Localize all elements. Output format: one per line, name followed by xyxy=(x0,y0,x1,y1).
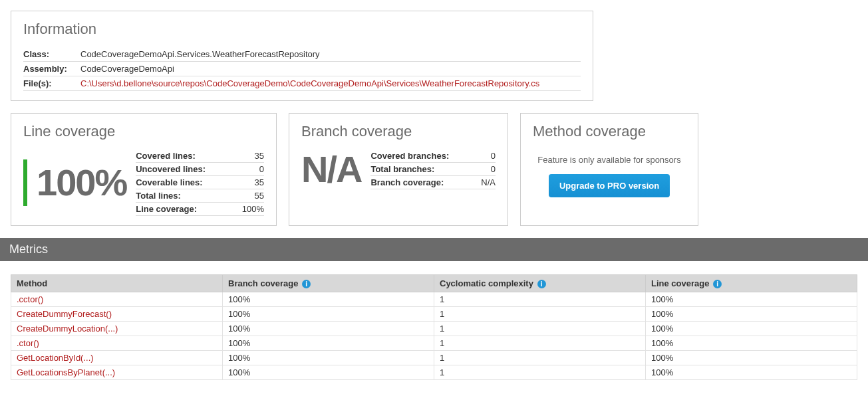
cell-cyclo: 1 xyxy=(434,351,646,365)
information-title: Information xyxy=(23,21,581,38)
info-icon[interactable]: i xyxy=(713,280,722,288)
info-icon[interactable]: i xyxy=(537,280,546,288)
branch-coverage-percent: N/A xyxy=(301,151,361,188)
method-link[interactable]: CreateDummyLocation(...) xyxy=(17,324,118,334)
cell-line: 100% xyxy=(646,292,857,307)
method-link[interactable]: .cctor() xyxy=(17,294,43,304)
info-value-class: CodeCoverageDemoApi.Services.WeatherFore… xyxy=(80,47,581,62)
metrics-header: Metrics xyxy=(0,238,868,261)
stat-label: Total branches: xyxy=(370,163,469,176)
table-row: GetLocationById(...)100%1100% xyxy=(11,351,857,365)
stat-value: 35 xyxy=(227,149,264,163)
stat-value: 100% xyxy=(227,203,264,216)
cell-branch: 100% xyxy=(223,307,434,322)
line-coverage-title: Line coverage xyxy=(23,123,264,140)
stat-label: Line coverage: xyxy=(136,203,226,216)
col-branch: Branch coverage i xyxy=(223,275,434,292)
col-cyclo: Cyclomatic complexity i xyxy=(434,275,646,292)
method-link[interactable]: CreateDummyForecast() xyxy=(17,309,112,319)
cell-line: 100% xyxy=(646,336,857,351)
information-card: Information Class: CodeCoverageDemoApi.S… xyxy=(11,11,593,101)
table-row: .ctor()100%1100% xyxy=(11,336,857,351)
table-row: .cctor()100%1100% xyxy=(11,292,857,307)
method-coverage-title: Method coverage xyxy=(533,123,686,140)
stat-value: N/A xyxy=(469,176,496,189)
branch-coverage-stats: Covered branches:0 Total branches:0 Bran… xyxy=(370,149,496,189)
info-icon[interactable]: i xyxy=(302,280,311,288)
cell-cyclo: 1 xyxy=(434,336,646,351)
branch-coverage-title: Branch coverage xyxy=(301,123,496,140)
stat-value: 0 xyxy=(469,149,496,163)
line-coverage-bar xyxy=(23,159,27,206)
info-row-class: Class: CodeCoverageDemoApi.Services.Weat… xyxy=(23,47,581,62)
metrics-table: Method Branch coverage i Cyclomatic comp… xyxy=(11,274,857,380)
stat-value: 0 xyxy=(469,163,496,176)
info-label-files: File(s): xyxy=(23,76,80,91)
info-row-assembly: Assembly: CodeCoverageDemoApi xyxy=(23,62,581,76)
table-row: GetLocationsByPlanet(...)100%1100% xyxy=(11,365,857,380)
sponsor-note: Feature is only available for sponsors xyxy=(533,155,686,165)
stat-value: 0 xyxy=(227,163,264,176)
method-link[interactable]: .ctor() xyxy=(17,338,39,348)
cell-branch: 100% xyxy=(223,336,434,351)
stat-label: Branch coverage: xyxy=(370,176,469,189)
stat-value: 35 xyxy=(227,176,264,189)
info-label-class: Class: xyxy=(23,47,80,62)
information-table: Class: CodeCoverageDemoApi.Services.Weat… xyxy=(23,47,581,91)
line-coverage-stats: Covered lines:35 Uncovered lines:0 Cover… xyxy=(136,149,264,216)
method-coverage-card: Method coverage Feature is only availabl… xyxy=(520,113,698,226)
stat-label: Uncovered lines: xyxy=(136,163,226,176)
cell-branch: 100% xyxy=(223,351,434,365)
upgrade-button[interactable]: Upgrade to PRO version xyxy=(549,174,670,197)
cell-line: 100% xyxy=(646,307,857,322)
stat-label: Coverable lines: xyxy=(136,176,226,189)
line-coverage-card: Line coverage 100% Covered lines:35 Unco… xyxy=(11,113,277,226)
stat-label: Covered lines: xyxy=(136,149,226,163)
stat-label: Total lines: xyxy=(136,189,226,203)
line-coverage-percent: 100% xyxy=(37,164,126,201)
coverage-cards-row: Line coverage 100% Covered lines:35 Unco… xyxy=(11,113,857,226)
col-line: Line coverage i xyxy=(646,275,857,292)
info-row-files: File(s): C:\Users\d.bellone\source\repos… xyxy=(23,76,581,91)
stat-label: Covered branches: xyxy=(370,149,469,163)
metrics-header-row: Method Branch coverage i Cyclomatic comp… xyxy=(11,275,857,292)
table-row: CreateDummyForecast()100%1100% xyxy=(11,307,857,322)
table-row: CreateDummyLocation(...)100%1100% xyxy=(11,322,857,336)
cell-branch: 100% xyxy=(223,365,434,380)
cell-line: 100% xyxy=(646,322,857,336)
cell-cyclo: 1 xyxy=(434,322,646,336)
file-link[interactable]: C:\Users\d.bellone\source\repos\CodeCove… xyxy=(80,78,539,88)
cell-cyclo: 1 xyxy=(434,365,646,380)
cell-line: 100% xyxy=(646,351,857,365)
cell-branch: 100% xyxy=(223,322,434,336)
cell-cyclo: 1 xyxy=(434,292,646,307)
info-label-assembly: Assembly: xyxy=(23,62,80,76)
cell-branch: 100% xyxy=(223,292,434,307)
stat-value: 55 xyxy=(227,189,264,203)
method-link[interactable]: GetLocationById(...) xyxy=(17,353,94,363)
col-method: Method xyxy=(11,275,223,292)
cell-cyclo: 1 xyxy=(434,307,646,322)
branch-coverage-card: Branch coverage N/A Covered branches:0 T… xyxy=(289,113,508,226)
method-link[interactable]: GetLocationsByPlanet(...) xyxy=(17,367,115,377)
info-value-assembly: CodeCoverageDemoApi xyxy=(80,62,581,76)
cell-line: 100% xyxy=(646,365,857,380)
